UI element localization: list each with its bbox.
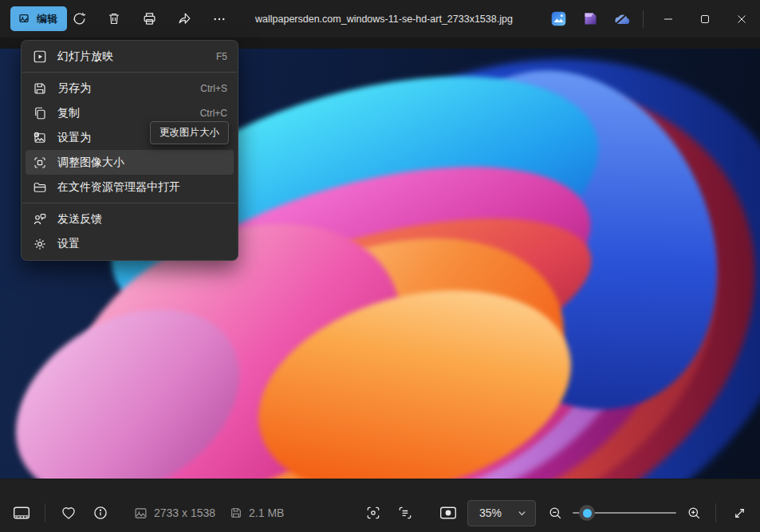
menu-item-shortcut: Ctrl+S	[200, 83, 227, 94]
menu-separator	[22, 203, 237, 203]
dimensions-icon	[134, 506, 148, 520]
minimize-button[interactable]	[650, 0, 687, 37]
file-size: 2.1 MB	[249, 506, 284, 519]
share-icon	[177, 11, 192, 26]
video-editor-icon	[582, 10, 599, 27]
file-size-icon	[230, 506, 242, 519]
zoom-slider-thumb[interactable]	[579, 505, 595, 521]
text-actions-button[interactable]	[389, 497, 421, 529]
bottom-toolbar: 2733 x 1538 2.1 MB	[0, 479, 760, 532]
delete-icon	[107, 11, 121, 26]
favorite-button[interactable]	[53, 497, 85, 529]
resize-tooltip: 更改图片大小	[150, 121, 229, 144]
tooltip-text: 更改图片大小	[159, 126, 219, 140]
fit-view-icon	[439, 506, 457, 520]
delete-button[interactable]	[98, 5, 130, 33]
settings-gear-icon	[33, 237, 47, 251]
overflow-context-menu: 幻灯片放映 F5 另存为 Ctrl+S 复制 Ctrl+C	[21, 40, 238, 261]
menu-item-resize-image[interactable]: 调整图像大小	[26, 150, 234, 175]
filmstrip-toggle-button[interactable]	[6, 497, 37, 529]
menu-item-save-as[interactable]: 另存为 Ctrl+S	[26, 76, 234, 100]
menu-item-slideshow[interactable]: 幻灯片放映 F5	[26, 44, 234, 69]
copy-icon	[33, 106, 47, 120]
photos-app-button[interactable]	[542, 0, 574, 37]
minimize-icon	[664, 14, 673, 24]
rotate-icon	[72, 11, 87, 26]
filmstrip-icon	[13, 506, 30, 520]
fit-view-button[interactable]	[432, 497, 464, 529]
save-icon	[33, 81, 47, 96]
zoom-in-icon	[687, 506, 702, 521]
info-button[interactable]	[85, 497, 116, 529]
zoom-out-icon	[548, 506, 563, 521]
zoom-out-button[interactable]	[541, 497, 569, 529]
bottombar-divider	[715, 503, 716, 522]
more-icon	[212, 12, 226, 26]
image-dimensions: 2733 x 1538	[154, 506, 215, 519]
slideshow-icon	[33, 49, 47, 64]
edit-button-label: 编辑	[37, 12, 57, 26]
menu-item-label: 设置	[57, 237, 227, 251]
menu-item-label: 发送反馈	[57, 212, 227, 227]
close-button[interactable]	[723, 0, 760, 37]
visual-search-button[interactable]	[357, 497, 389, 529]
print-icon	[142, 11, 157, 26]
heart-icon	[61, 506, 77, 520]
onedrive-offline-icon	[612, 11, 632, 27]
feedback-icon	[33, 212, 47, 227]
titlebar: 编辑	[0, 0, 760, 37]
menu-item-label: 另存为	[57, 81, 191, 96]
edit-image-icon	[18, 13, 31, 26]
zoom-level-select[interactable]: 35%	[467, 500, 536, 526]
menu-separator	[22, 72, 237, 73]
close-icon	[737, 14, 746, 24]
window-title: wallpapersden.com_windows-11-se-hd-art_2…	[255, 0, 513, 37]
chevron-down-icon	[518, 509, 526, 518]
text-actions-icon	[397, 505, 413, 521]
menu-item-label: 在文件资源管理器中打开	[57, 180, 227, 195]
titlebar-divider	[643, 10, 644, 28]
menu-item-shortcut: F5	[216, 51, 227, 62]
zoom-level-value: 35%	[479, 506, 502, 519]
rotate-button[interactable]	[63, 5, 95, 33]
video-editor-button[interactable]	[574, 0, 606, 37]
zoom-in-button[interactable]	[679, 497, 708, 529]
maximize-icon	[700, 14, 710, 24]
photos-app-icon	[550, 10, 567, 27]
menu-item-label: 复制	[57, 106, 191, 120]
fullscreen-button[interactable]	[723, 497, 755, 529]
info-icon	[93, 505, 108, 521]
folder-icon	[33, 180, 47, 195]
maximize-button[interactable]	[687, 0, 723, 37]
menu-item-send-feedback[interactable]: 发送反馈	[26, 207, 234, 231]
resize-image-icon	[33, 156, 47, 170]
bottombar-divider	[45, 503, 45, 522]
menu-item-shortcut: Ctrl+C	[200, 108, 227, 119]
more-button[interactable]	[203, 5, 235, 33]
zoom-slider[interactable]	[573, 497, 676, 529]
menu-item-label: 幻灯片放映	[57, 49, 207, 64]
onedrive-offline-button[interactable]	[606, 0, 638, 37]
menu-item-settings[interactable]: 设置	[26, 231, 234, 256]
set-as-icon	[33, 131, 47, 145]
menu-item-open-in-explorer[interactable]: 在文件资源管理器中打开	[26, 175, 234, 199]
share-button[interactable]	[168, 5, 200, 33]
fullscreen-icon	[732, 506, 747, 521]
visual-search-icon	[365, 505, 381, 521]
print-button[interactable]	[133, 5, 165, 33]
edit-button[interactable]: 编辑	[10, 6, 67, 31]
menu-item-label: 调整图像大小	[57, 156, 227, 170]
